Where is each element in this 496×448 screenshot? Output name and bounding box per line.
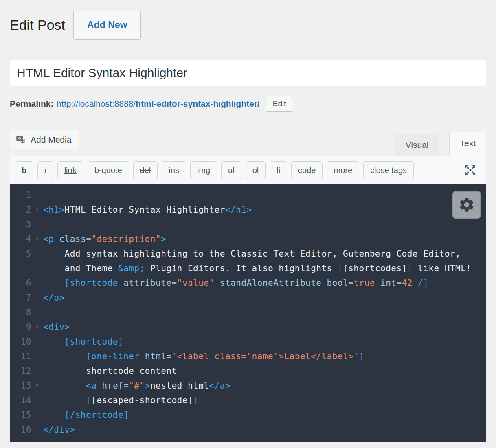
quicktags-toolbar: bilinkb-quotedelinsimgulollicodemoreclos… bbox=[10, 156, 486, 184]
fold-arrow-icon[interactable]: ▼ bbox=[31, 202, 43, 217]
add-new-button[interactable]: Add New bbox=[73, 11, 141, 40]
fold-gutter bbox=[31, 246, 43, 261]
fold-gutter bbox=[31, 276, 43, 290]
fold-gutter bbox=[31, 290, 43, 305]
code-line: 8 bbox=[10, 305, 486, 320]
code-text: </p> bbox=[43, 290, 486, 305]
code-lines: 12▼<h1>HTML Editor Syntax Highlighter</h… bbox=[10, 188, 486, 437]
line-number: 3 bbox=[10, 217, 31, 232]
gear-icon bbox=[458, 196, 475, 213]
code-text: </div> bbox=[43, 422, 486, 437]
fold-gutter bbox=[31, 408, 43, 422]
fullscreen-expand-icon bbox=[464, 164, 476, 176]
fold-gutter bbox=[31, 188, 43, 202]
code-text: <a href="#">nested html</a> bbox=[43, 378, 486, 393]
line-number: 16 bbox=[10, 422, 31, 437]
qt-link-button[interactable]: link bbox=[57, 161, 83, 179]
code-text: [shortcode attribute="value" standAloneA… bbox=[43, 276, 486, 290]
fold-gutter bbox=[31, 349, 43, 364]
code-text: <div> bbox=[43, 320, 486, 334]
code-line: and Theme &amp; Plugin Editors. It also … bbox=[10, 261, 486, 276]
line-number: 4 bbox=[10, 232, 31, 246]
fold-gutter bbox=[31, 393, 43, 408]
qt-del-button[interactable]: del bbox=[133, 161, 158, 179]
editor-tools: Add Media Visual Text bbox=[10, 130, 486, 156]
fold-gutter bbox=[31, 334, 43, 349]
syntax-highlighter-settings-button[interactable] bbox=[452, 191, 481, 219]
fold-arrow-icon[interactable]: ▼ bbox=[31, 378, 43, 393]
qt-ol-button[interactable]: ol bbox=[246, 161, 266, 179]
fullscreen-expand-button[interactable] bbox=[463, 163, 478, 178]
code-line: 7</p> bbox=[10, 290, 486, 305]
tab-visual[interactable]: Visual bbox=[395, 134, 440, 156]
code-text: [/shortcode] bbox=[43, 408, 486, 422]
line-number: 2 bbox=[10, 202, 31, 217]
qt-code-button[interactable]: code bbox=[291, 161, 323, 179]
qt-b-button[interactable]: b bbox=[15, 161, 33, 179]
editor-mode-tabs: Visual Text bbox=[395, 132, 486, 156]
line-number: 15 bbox=[10, 408, 31, 422]
fold-gutter bbox=[31, 305, 43, 320]
line-number: 9 bbox=[10, 320, 31, 334]
fold-gutter bbox=[31, 422, 43, 437]
qt-b-quote-button[interactable]: b-quote bbox=[88, 161, 129, 179]
qt-i-button[interactable]: i bbox=[37, 161, 53, 179]
qt-close-tags-button[interactable]: close tags bbox=[363, 161, 414, 179]
line-number: 8 bbox=[10, 305, 31, 320]
qt-li-button[interactable]: li bbox=[270, 161, 287, 179]
fold-gutter bbox=[31, 217, 43, 232]
code-line: 13▼ <a href="#">nested html</a> bbox=[10, 378, 486, 393]
qt-ul-button[interactable]: ul bbox=[221, 161, 241, 179]
code-line: 12 shortcode content bbox=[10, 364, 486, 378]
code-text: [shortcode] bbox=[43, 334, 486, 349]
qt-more-button[interactable]: more bbox=[327, 161, 359, 179]
code-text: and Theme &amp; Plugin Editors. It also … bbox=[43, 261, 486, 276]
code-text: Add syntax highlighting to the Classic T… bbox=[43, 246, 486, 261]
permalink-url-slug: html-editor-syntax-highlighter/ bbox=[136, 99, 260, 108]
page-header: Edit Post Add New bbox=[10, 0, 486, 40]
page-title: Edit Post bbox=[10, 18, 65, 33]
fold-gutter bbox=[31, 364, 43, 378]
code-text bbox=[43, 305, 486, 320]
fold-arrow-icon[interactable]: ▼ bbox=[31, 232, 43, 246]
add-media-label: Add Media bbox=[31, 135, 71, 144]
line-number: 13 bbox=[10, 378, 31, 393]
qt-ins-button[interactable]: ins bbox=[162, 161, 186, 179]
line-number: 7 bbox=[10, 290, 31, 305]
post-title-input[interactable] bbox=[10, 60, 486, 86]
permalink-link[interactable]: http://localhost:8888/html-editor-syntax… bbox=[57, 99, 259, 109]
tab-text[interactable]: Text bbox=[449, 132, 486, 156]
fold-gutter bbox=[31, 261, 43, 276]
code-editor[interactable]: 12▼<h1>HTML Editor Syntax Highlighter</h… bbox=[10, 184, 486, 442]
code-text: <p class="description"> bbox=[43, 232, 486, 246]
qt-img-button[interactable]: img bbox=[190, 161, 217, 179]
code-line: 11 [one-liner html='<label class="name">… bbox=[10, 349, 486, 364]
line-number bbox=[10, 261, 31, 276]
permalink-url-base: http://localhost:8888/ bbox=[57, 99, 136, 108]
line-number: 12 bbox=[10, 364, 31, 378]
code-text: [one-liner html='<label class="name">Lab… bbox=[43, 349, 486, 364]
add-media-button[interactable]: Add Media bbox=[10, 130, 79, 149]
code-line: 6 [shortcode attribute="value" standAlon… bbox=[10, 276, 486, 290]
code-line: 1 bbox=[10, 188, 486, 202]
fold-arrow-icon[interactable]: ▼ bbox=[31, 320, 43, 334]
code-line: 2▼<h1>HTML Editor Syntax Highlighter</h1… bbox=[10, 202, 486, 217]
add-media-icon bbox=[16, 134, 26, 145]
code-text: shortcode content bbox=[43, 364, 486, 378]
code-line: 10 [shortcode] bbox=[10, 334, 486, 349]
code-line: 4▼<p class="description"> bbox=[10, 232, 486, 246]
admin-content: Edit Post Add New Permalink: http://loca… bbox=[0, 0, 496, 442]
editor-section: Add Media Visual Text bilinkb-quotedelin… bbox=[10, 130, 486, 442]
permalink-row: Permalink: http://localhost:8888/html-ed… bbox=[10, 96, 486, 112]
line-number: 6 bbox=[10, 276, 31, 290]
code-text bbox=[43, 188, 486, 202]
code-line: 15 [/shortcode] bbox=[10, 408, 486, 422]
code-line: 9▼<div> bbox=[10, 320, 486, 334]
code-line: 3 bbox=[10, 217, 486, 232]
permalink-label: Permalink: bbox=[10, 99, 53, 109]
code-line: 16</div> bbox=[10, 422, 486, 437]
edit-permalink-button[interactable]: Edit bbox=[266, 96, 294, 112]
line-number: 10 bbox=[10, 334, 31, 349]
code-line: 5 Add syntax highlighting to the Classic… bbox=[10, 246, 486, 261]
line-number: 5 bbox=[10, 246, 31, 261]
